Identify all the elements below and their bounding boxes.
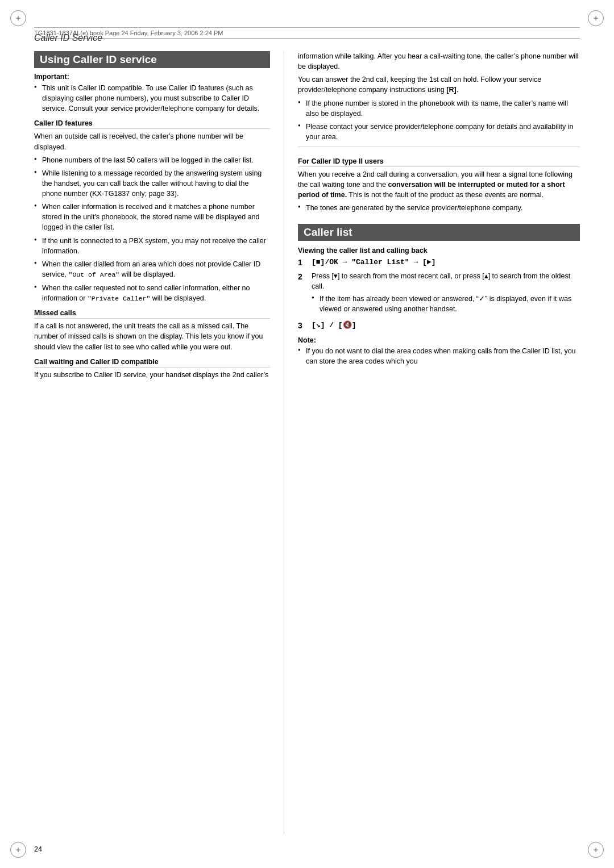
caller-id-bullet-2: While listening to a message recorded by… [34, 168, 270, 199]
caller-id-bullet-6: When the caller requested not to send ca… [34, 283, 270, 304]
caller-list-steps: 1 [■]/OK → "Caller List" → [►] 2 Press [… [298, 257, 580, 332]
caller-list-title: Caller list [298, 224, 580, 241]
caller-list-section: Caller list Viewing the caller list and … [298, 224, 580, 366]
caller-id-bullet-4: If the unit is connected to a PBX system… [34, 236, 270, 256]
note-label: Note: [298, 336, 580, 344]
page: TG1831-1837AL(e).book Page 24 Friday, Fe… [0, 0, 614, 868]
important-bullet: This unit is Caller ID compatible. To us… [34, 83, 270, 114]
note-bullet-1: If you do not want to dial the area code… [298, 346, 580, 366]
caller-id-intro: When an outside call is received, the ca… [34, 131, 270, 152]
important-label: Important: [34, 73, 270, 81]
section-label: Caller ID Service [34, 33, 102, 43]
step-1-instruction: [■]/OK → "Caller List" → [►] [312, 258, 435, 266]
missed-calls-heading: Missed calls [34, 309, 270, 319]
reg-mark-bottom-left [10, 842, 26, 858]
step-2: 2 Press [▾] to search from the most rece… [298, 271, 580, 318]
call-waiting-heading: Call waiting and Caller ID compatible [34, 358, 270, 368]
reg-mark-top-left [10, 10, 26, 26]
right-column: information while talking. After you hea… [284, 51, 580, 834]
missed-calls-section: Missed calls If a call is not answered, … [34, 309, 270, 352]
step-3: 3 [↘] / [🔇] [298, 320, 580, 331]
important-list: This unit is Caller ID compatible. To us… [34, 83, 270, 114]
reg-mark-top-right [588, 10, 604, 26]
page-number: 24 [34, 845, 42, 853]
step-1-content: [■]/OK → "Caller List" → [►] [312, 257, 580, 268]
r-key: [R] [446, 86, 456, 94]
main-section-title: Using Caller ID service [34, 51, 270, 68]
step-2-bullet-1: If the item has already been viewed or a… [312, 294, 580, 314]
important-section: Important: This unit is Caller ID compat… [34, 73, 270, 114]
right-bullet-1: If the phone number is stored in the pho… [298, 98, 580, 119]
call-waiting-text: If you subscribe to Caller ID service, y… [34, 370, 270, 380]
caller-id-type2-heading: For Caller ID type II users [298, 157, 580, 167]
note-bullets: If you do not want to dial the area code… [298, 346, 580, 366]
caller-id-type2-section: For Caller ID type II users When you rec… [298, 147, 580, 214]
type2-bullet-1: The tones are generated by the service p… [298, 203, 580, 213]
reg-mark-bottom-right [588, 842, 604, 858]
continued-text: information while talking. After you hea… [298, 51, 580, 72]
caller-id-features-heading: Caller ID features [34, 119, 270, 129]
caller-id-bullet-1: Phone numbers of the last 50 callers wil… [34, 155, 270, 165]
caller-id-bullets: Phone numbers of the last 50 callers wil… [34, 155, 270, 304]
right-top-bullets: If the phone number is stored in the pho… [298, 98, 580, 143]
para2: You can answer the 2nd call, keeping the… [298, 74, 580, 95]
caller-id-features-section: Caller ID features When an outside call … [34, 119, 270, 303]
left-column: Using Caller ID service Important: This … [34, 51, 284, 834]
step-2-bullets: If the item has already been viewed or a… [312, 294, 580, 314]
step-3-content: [↘] / [🔇] [312, 320, 580, 331]
viewing-heading: Viewing the caller list and calling back [298, 247, 580, 254]
section-label-text: Caller ID Service [34, 33, 102, 43]
caller-id-type2-para: When you receive a 2nd call during a con… [298, 169, 580, 200]
missed-calls-text: If a call is not answered, the unit trea… [34, 321, 270, 352]
type2-bullets: The tones are generated by the service p… [298, 203, 580, 213]
caller-id-bullet-3: When caller information is received and … [34, 202, 270, 232]
step-3-instruction: [↘] / [🔇] [312, 321, 356, 329]
content-columns: Using Caller ID service Important: This … [34, 51, 580, 834]
header-bar: TG1831-1837AL(e).book Page 24 Friday, Fe… [34, 27, 580, 39]
step-1: 1 [■]/OK → "Caller List" → [►] [298, 257, 580, 268]
right-bullet-2: Please contact your service provider/tel… [298, 122, 580, 142]
caller-id-bullet-5: When the caller dialled from an area whi… [34, 259, 270, 280]
step-2-content: Press [▾] to search from the most recent… [312, 271, 580, 318]
call-waiting-section: Call waiting and Caller ID compatible If… [34, 358, 270, 380]
step-2-text: Press [▾] to search from the most recent… [312, 272, 570, 290]
